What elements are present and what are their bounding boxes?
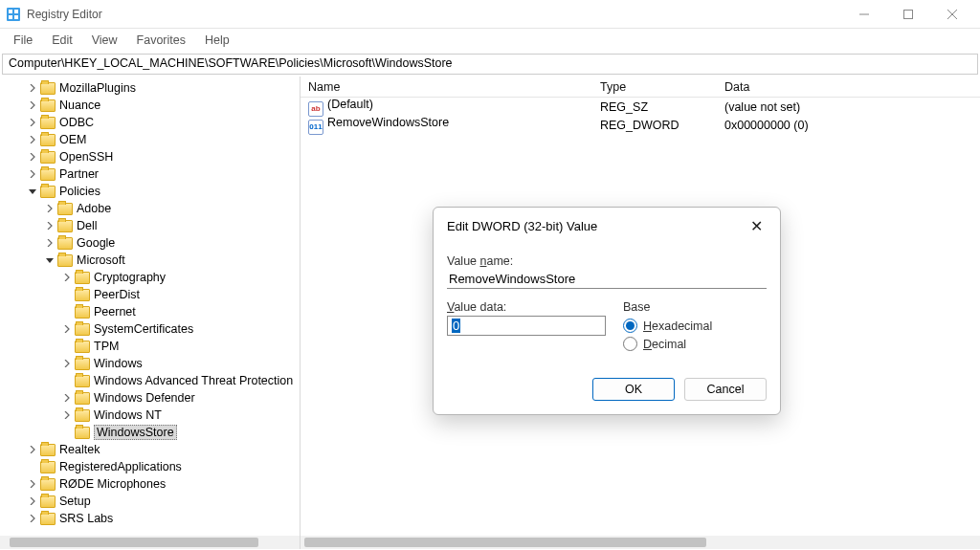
- value-name: RemoveWindowsStore: [327, 116, 449, 129]
- folder-icon: [40, 134, 56, 146]
- chevron-right-icon[interactable]: [27, 478, 38, 490]
- chevron-right-icon[interactable]: [27, 134, 38, 145]
- tree-item[interactable]: SystemCertificates: [0, 320, 300, 338]
- folder-icon: [75, 392, 90, 405]
- list-row[interactable]: ab(Default)REG_SZ(value not set): [301, 98, 980, 116]
- tree-item[interactable]: RegisteredApplications: [0, 458, 300, 475]
- ok-button[interactable]: OK: [592, 378, 675, 401]
- dialog-close-button[interactable]: ✕: [746, 217, 767, 235]
- tree-item[interactable]: Cryptography: [0, 269, 300, 286]
- chevron-right-icon[interactable]: [44, 237, 56, 249]
- value-type: REG_DWORD: [592, 119, 717, 132]
- tree-item[interactable]: Nuance: [0, 97, 300, 114]
- tree-item[interactable]: Windows Defender: [0, 389, 300, 407]
- list-row[interactable]: 011RemoveWindowsStoreREG_DWORD0x00000000…: [301, 116, 980, 134]
- chevron-down-icon[interactable]: [44, 254, 56, 266]
- chevron-right-icon[interactable]: [61, 409, 73, 421]
- chevron-right-icon[interactable]: [27, 117, 38, 128]
- col-header-data[interactable]: Data: [717, 80, 980, 94]
- minimize-button[interactable]: [842, 0, 886, 29]
- folder-icon: [40, 478, 56, 491]
- tree-item[interactable]: Windows: [0, 355, 300, 372]
- chevron-right-icon[interactable]: [61, 358, 73, 369]
- tree-item[interactable]: SRS Labs: [0, 510, 300, 527]
- chevron-down-icon[interactable]: [27, 186, 38, 197]
- menu-file[interactable]: File: [4, 32, 42, 49]
- tree-item-label: Windows NT: [94, 408, 162, 422]
- dword-value-icon: 011: [308, 120, 323, 135]
- tree-item-label: WindowsStore: [94, 425, 177, 440]
- value-data: 0x00000000 (0): [717, 119, 980, 132]
- chevron-right-icon[interactable]: [27, 168, 38, 180]
- col-header-type[interactable]: Type: [592, 80, 717, 94]
- tree-item[interactable]: Windows NT: [0, 407, 300, 424]
- tree-item[interactable]: OpenSSH: [0, 148, 300, 165]
- cancel-button[interactable]: Cancel: [684, 378, 767, 401]
- tree-item-label: Policies: [59, 185, 100, 198]
- radio-hexadecimal[interactable]: Hexadecimal: [623, 319, 767, 333]
- tree-item[interactable]: Realtek: [0, 441, 300, 458]
- tree-item[interactable]: PeerDist: [0, 286, 300, 303]
- tree-item[interactable]: Partner: [0, 165, 300, 183]
- menu-view[interactable]: View: [82, 32, 127, 49]
- tree-item[interactable]: MozillaPlugins: [0, 79, 300, 97]
- tree-item[interactable]: OEM: [0, 131, 300, 148]
- tree-item[interactable]: Peernet: [0, 303, 300, 320]
- chevron-right-icon[interactable]: [44, 220, 56, 231]
- svg-rect-6: [904, 10, 913, 18]
- chevron-right-icon[interactable]: [61, 392, 73, 404]
- value-name-input[interactable]: [447, 270, 767, 289]
- tree-item[interactable]: Dell: [0, 217, 300, 234]
- tree-hscrollbar[interactable]: [0, 536, 300, 549]
- app-icon: [6, 7, 21, 22]
- chevron-right-icon[interactable]: [27, 99, 38, 111]
- chevron-right-icon[interactable]: [61, 272, 73, 283]
- chevron-right-icon[interactable]: [27, 444, 38, 455]
- tree-item[interactable]: Policies: [0, 183, 300, 200]
- tree-item[interactable]: TPM: [0, 338, 300, 355]
- menu-help[interactable]: Help: [195, 32, 239, 49]
- col-header-name[interactable]: Name: [301, 80, 592, 94]
- chevron-right-icon[interactable]: [27, 495, 38, 507]
- tree-item[interactable]: Google: [0, 234, 300, 252]
- folder-icon: [75, 306, 90, 319]
- tree-item[interactable]: WindowsStore: [0, 424, 300, 441]
- menu-favorites[interactable]: Favorites: [127, 32, 195, 49]
- tree-item-label: Cryptography: [94, 271, 166, 284]
- value-name: (Default): [327, 98, 373, 111]
- app-title: Registry Editor: [27, 8, 102, 21]
- tree-item[interactable]: ODBC: [0, 114, 300, 131]
- tree-item[interactable]: Setup: [0, 493, 300, 510]
- tree-item-label: Realtek: [59, 443, 100, 456]
- folder-icon: [40, 82, 56, 95]
- value-data-input[interactable]: 0: [447, 316, 606, 336]
- tree-item[interactable]: Microsoft: [0, 252, 300, 269]
- close-button[interactable]: [930, 0, 974, 29]
- folder-icon: [75, 358, 90, 370]
- chevron-right-icon[interactable]: [27, 82, 38, 94]
- folder-icon: [40, 444, 56, 456]
- tree-item[interactable]: Windows Advanced Threat Protection: [0, 372, 300, 389]
- chevron-right-icon[interactable]: [27, 151, 38, 163]
- menu-edit[interactable]: Edit: [42, 32, 82, 49]
- chevron-right-icon[interactable]: [44, 203, 56, 214]
- tree-item-label: Windows Defender: [94, 391, 195, 405]
- address-bar[interactable]: Computer\HKEY_LOCAL_MACHINE\SOFTWARE\Pol…: [2, 54, 978, 75]
- tree-pane: MozillaPluginsNuanceODBCOEMOpenSSHPartne…: [0, 77, 301, 549]
- tree-item[interactable]: RØDE Microphones: [0, 475, 300, 493]
- tree-item-label: RØDE Microphones: [59, 477, 166, 491]
- folder-icon: [75, 427, 90, 439]
- list-hscrollbar[interactable]: [301, 536, 980, 549]
- tree-item[interactable]: Adobe: [0, 200, 300, 217]
- folder-icon: [57, 254, 73, 267]
- chevron-right-icon[interactable]: [27, 513, 38, 524]
- chevron-right-icon[interactable]: [61, 323, 73, 335]
- folder-icon: [75, 409, 90, 422]
- folder-icon: [40, 151, 56, 164]
- tree-item-label: RegisteredApplications: [59, 460, 182, 473]
- tree-item-label: Google: [77, 236, 115, 250]
- svg-rect-4: [14, 15, 18, 19]
- tree-item-label: PeerDist: [94, 288, 140, 301]
- maximize-button[interactable]: [886, 0, 930, 29]
- radio-decimal[interactable]: Decimal: [623, 337, 767, 351]
